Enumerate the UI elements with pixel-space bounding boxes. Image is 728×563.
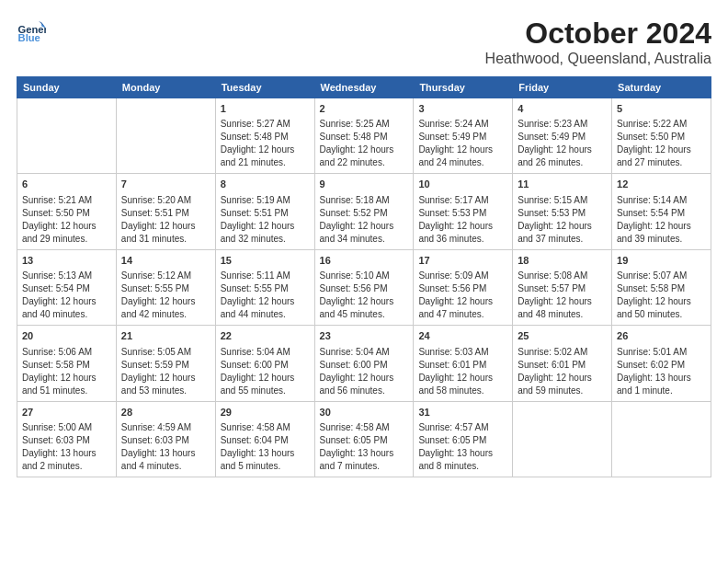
day-number: 1: [221, 102, 310, 116]
day-number: 15: [221, 254, 310, 268]
sunset-text: Sunset: 5:49 PM: [518, 132, 586, 142]
sunset-text: Sunset: 5:53 PM: [518, 208, 586, 218]
week-row-4: 20Sunrise: 5:06 AMSunset: 5:58 PMDayligh…: [17, 326, 711, 401]
sunset-text: Sunset: 6:02 PM: [617, 360, 685, 370]
sunset-text: Sunset: 5:52 PM: [320, 208, 388, 218]
sunset-text: Sunset: 6:03 PM: [22, 435, 90, 445]
sunrise-text: Sunrise: 5:18 AM: [320, 195, 390, 205]
daylight-text: Daylight: 12 hours and 32 minutes.: [221, 221, 295, 244]
day-number: 26: [617, 329, 706, 343]
day-number: 21: [121, 329, 210, 343]
empty-cell: [612, 401, 711, 477]
sunrise-text: Sunrise: 5:04 AM: [320, 347, 390, 357]
day-cell-12: 12Sunrise: 5:14 AMSunset: 5:54 PMDayligh…: [612, 174, 711, 249]
sunset-text: Sunset: 5:50 PM: [22, 208, 90, 218]
sunrise-text: Sunrise: 5:22 AM: [617, 119, 687, 129]
sunrise-text: Sunrise: 5:27 AM: [221, 119, 290, 129]
sunset-text: Sunset: 5:56 PM: [418, 283, 486, 293]
daylight-text: Daylight: 12 hours and 24 minutes.: [418, 144, 493, 167]
day-number: 17: [418, 254, 507, 268]
daylight-text: Daylight: 12 hours and 59 minutes.: [518, 373, 592, 396]
daylight-text: Daylight: 13 hours and 2 minutes.: [22, 448, 97, 471]
daylight-text: Daylight: 12 hours and 21 minutes.: [221, 144, 295, 167]
day-cell-13: 13Sunrise: 5:13 AMSunset: 5:54 PMDayligh…: [17, 249, 117, 325]
daylight-text: Daylight: 12 hours and 36 minutes.: [418, 221, 493, 244]
sunset-text: Sunset: 5:51 PM: [121, 208, 189, 218]
day-number: 5: [617, 102, 706, 116]
day-number: 6: [22, 178, 111, 191]
month-title: October 2024: [485, 17, 711, 51]
sunset-text: Sunset: 6:01 PM: [518, 360, 586, 370]
sunrise-text: Sunrise: 5:02 AM: [518, 347, 587, 357]
sunset-text: Sunset: 5:55 PM: [221, 283, 289, 293]
col-tuesday: Tuesday: [215, 77, 314, 98]
day-number: 16: [320, 254, 409, 268]
day-cell-25: 25Sunrise: 5:02 AMSunset: 6:01 PMDayligh…: [513, 326, 612, 401]
sunrise-text: Sunrise: 5:05 AM: [121, 347, 191, 357]
col-wednesday: Wednesday: [314, 77, 414, 98]
col-thursday: Thursday: [414, 77, 513, 98]
daylight-text: Daylight: 12 hours and 26 minutes.: [518, 144, 592, 167]
daylight-text: Daylight: 12 hours and 51 minutes.: [22, 373, 97, 396]
sunset-text: Sunset: 6:04 PM: [221, 435, 289, 445]
calendar-table: Sunday Monday Tuesday Wednesday Thursday…: [17, 76, 711, 477]
sunset-text: Sunset: 5:49 PM: [418, 132, 486, 142]
empty-cell: [513, 401, 612, 477]
week-row-5: 27Sunrise: 5:00 AMSunset: 6:03 PMDayligh…: [17, 401, 711, 477]
day-cell-3: 3Sunrise: 5:24 AMSunset: 5:49 PMDaylight…: [414, 98, 513, 174]
day-number: 20: [22, 329, 111, 343]
sunrise-text: Sunrise: 5:01 AM: [617, 347, 687, 357]
sunrise-text: Sunrise: 5:14 AM: [617, 195, 687, 205]
day-cell-16: 16Sunrise: 5:10 AMSunset: 5:56 PMDayligh…: [314, 249, 414, 325]
day-cell-19: 19Sunrise: 5:07 AMSunset: 5:58 PMDayligh…: [612, 249, 711, 325]
sunrise-text: Sunrise: 4:58 AM: [221, 422, 290, 432]
sunset-text: Sunset: 6:01 PM: [418, 360, 486, 370]
sunrise-text: Sunrise: 5:25 AM: [320, 119, 390, 129]
day-number: 24: [418, 329, 507, 343]
daylight-text: Daylight: 12 hours and 27 minutes.: [617, 144, 691, 167]
day-cell-18: 18Sunrise: 5:08 AMSunset: 5:57 PMDayligh…: [513, 249, 612, 325]
sunrise-text: Sunrise: 5:04 AM: [221, 347, 290, 357]
day-cell-10: 10Sunrise: 5:17 AMSunset: 5:53 PMDayligh…: [414, 174, 513, 249]
daylight-text: Daylight: 13 hours and 4 minutes.: [121, 448, 196, 471]
sunrise-text: Sunrise: 5:06 AM: [22, 347, 92, 357]
sunset-text: Sunset: 5:54 PM: [617, 208, 685, 218]
sunrise-text: Sunrise: 5:19 AM: [221, 195, 290, 205]
daylight-text: Daylight: 12 hours and 39 minutes.: [617, 221, 691, 244]
day-cell-22: 22Sunrise: 5:04 AMSunset: 6:00 PMDayligh…: [215, 326, 314, 401]
svg-text:Blue: Blue: [18, 32, 40, 43]
day-number: 19: [617, 254, 706, 268]
sunrise-text: Sunrise: 5:23 AM: [518, 119, 587, 129]
sunset-text: Sunset: 6:00 PM: [221, 360, 289, 370]
sunrise-text: Sunrise: 5:08 AM: [518, 270, 587, 281]
daylight-text: Daylight: 12 hours and 53 minutes.: [121, 373, 196, 396]
sunset-text: Sunset: 5:54 PM: [22, 283, 90, 293]
location-title: Heathwood, Queensland, Australia: [485, 51, 711, 67]
sunrise-text: Sunrise: 4:57 AM: [418, 422, 488, 432]
sunset-text: Sunset: 6:05 PM: [320, 435, 388, 445]
empty-cell: [116, 98, 215, 174]
daylight-text: Daylight: 12 hours and 22 minutes.: [320, 144, 394, 167]
sunset-text: Sunset: 6:00 PM: [320, 360, 388, 370]
daylight-text: Daylight: 12 hours and 47 minutes.: [418, 296, 493, 319]
day-cell-5: 5Sunrise: 5:22 AMSunset: 5:50 PMDaylight…: [612, 98, 711, 174]
day-number: 11: [518, 178, 607, 191]
sunset-text: Sunset: 5:59 PM: [121, 360, 189, 370]
sunset-text: Sunset: 5:53 PM: [418, 208, 486, 218]
day-number: 22: [221, 329, 310, 343]
daylight-text: Daylight: 12 hours and 44 minutes.: [221, 296, 295, 319]
daylight-text: Daylight: 12 hours and 55 minutes.: [221, 373, 295, 396]
day-cell-24: 24Sunrise: 5:03 AMSunset: 6:01 PMDayligh…: [414, 326, 513, 401]
daylight-text: Daylight: 12 hours and 31 minutes.: [121, 221, 196, 244]
sunset-text: Sunset: 5:50 PM: [617, 132, 685, 142]
sunset-text: Sunset: 6:05 PM: [418, 435, 486, 445]
day-number: 31: [418, 406, 507, 419]
daylight-text: Daylight: 12 hours and 45 minutes.: [320, 296, 394, 319]
sunrise-text: Sunrise: 4:58 AM: [320, 422, 390, 432]
sunrise-text: Sunrise: 5:24 AM: [418, 119, 488, 129]
day-cell-21: 21Sunrise: 5:05 AMSunset: 5:59 PMDayligh…: [116, 326, 215, 401]
calendar-page: General Blue October 2024 Heathwood, Que…: [0, 0, 728, 487]
week-row-3: 13Sunrise: 5:13 AMSunset: 5:54 PMDayligh…: [17, 249, 711, 325]
logo: General Blue: [17, 17, 46, 46]
day-number: 14: [121, 254, 210, 268]
